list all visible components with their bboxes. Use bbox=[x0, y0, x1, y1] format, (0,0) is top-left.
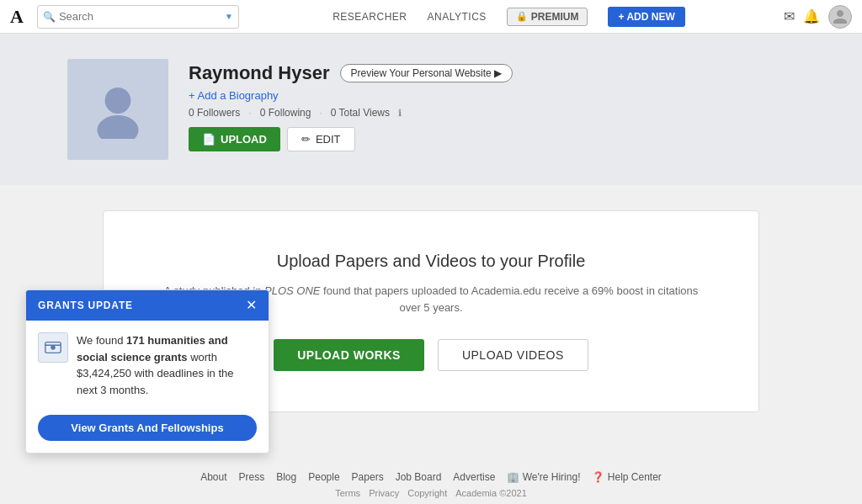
grants-body: We found 171 humanities and social scien… bbox=[26, 321, 269, 410]
grants-text-before: We found bbox=[77, 334, 126, 347]
footer-link-people[interactable]: People bbox=[308, 471, 339, 483]
separator2: · bbox=[319, 107, 322, 119]
info-icon[interactable]: ℹ bbox=[398, 108, 402, 119]
grants-footer: View Grants And Fellowships bbox=[26, 410, 269, 453]
footer: About Press Blog People Papers Job Board… bbox=[0, 454, 862, 504]
upload-icon: 📄 bbox=[202, 133, 216, 146]
footer-link-advertise[interactable]: Advertise bbox=[453, 471, 495, 483]
footer-link-hiring[interactable]: 🏢 We're Hiring! bbox=[507, 471, 580, 483]
search-box: 🔍 ▼ bbox=[37, 5, 239, 29]
subtitle-italic: PLOS ONE bbox=[264, 284, 320, 297]
footer-legal: Terms Privacy Copyright Academia ©2021 bbox=[0, 488, 862, 498]
premium-button[interactable]: 🔒 PREMIUM bbox=[507, 8, 588, 26]
search-icon: 🔍 bbox=[43, 11, 56, 23]
footer-privacy[interactable]: Privacy bbox=[369, 488, 399, 498]
subtitle-after: found that papers uploaded to Academia.e… bbox=[320, 284, 698, 314]
add-bio-link[interactable]: + Add a Biography bbox=[189, 89, 513, 102]
nav-researcher[interactable]: RESEARCHER bbox=[333, 11, 407, 23]
add-new-button[interactable]: + ADD NEW bbox=[608, 7, 684, 27]
grants-header: GRANTS UPDATE ✕ bbox=[26, 290, 269, 321]
view-grants-button[interactable]: View Grants And Fellowships bbox=[38, 415, 257, 441]
edit-button[interactable]: ✏ EDIT bbox=[287, 127, 355, 151]
nav-icons: ✉ 🔔 bbox=[784, 5, 852, 29]
followers-count: 0 Followers bbox=[189, 107, 240, 119]
nav-analytics[interactable]: ANALYTICS bbox=[428, 11, 487, 23]
footer-academia: Academia ©2021 bbox=[455, 488, 527, 498]
edit-label: EDIT bbox=[316, 133, 341, 146]
upload-button[interactable]: 📄 UPLOAD bbox=[189, 127, 280, 151]
navbar: A 🔍 ▼ RESEARCHER ANALYTICS 🔒 PREMIUM + A… bbox=[0, 0, 862, 34]
grants-text: We found 171 humanities and social scien… bbox=[77, 332, 257, 398]
edit-icon: ✏ bbox=[301, 133, 311, 146]
footer-link-press[interactable]: Press bbox=[239, 471, 265, 483]
profile-info: Raymond Hyser Preview Your Personal Webs… bbox=[189, 59, 513, 151]
footer-link-help[interactable]: ❓ Help Center bbox=[592, 471, 661, 483]
profile-actions: 📄 UPLOAD ✏ EDIT bbox=[189, 127, 513, 151]
preview-website-button[interactable]: Preview Your Personal Website ▶ bbox=[340, 64, 513, 82]
lock-icon: 🔒 bbox=[516, 11, 528, 22]
profile-name: Raymond Hyser bbox=[189, 62, 330, 84]
chevron-down-icon[interactable]: ▼ bbox=[225, 12, 233, 21]
profile-name-row: Raymond Hyser Preview Your Personal Webs… bbox=[189, 62, 513, 84]
footer-terms[interactable]: Terms bbox=[335, 488, 360, 498]
footer-link-blog[interactable]: Blog bbox=[276, 471, 296, 483]
profile-section: Raymond Hyser Preview Your Personal Webs… bbox=[0, 34, 862, 185]
footer-copyright[interactable]: Copyright bbox=[407, 488, 447, 498]
profile-avatar bbox=[67, 59, 168, 160]
bell-button[interactable]: 🔔 bbox=[803, 8, 820, 24]
logo: A bbox=[10, 6, 24, 28]
nav-center: RESEARCHER ANALYTICS 🔒 PREMIUM + ADD NEW bbox=[247, 7, 770, 27]
footer-links: About Press Blog People Papers Job Board… bbox=[0, 471, 862, 483]
footer-link-papers[interactable]: Papers bbox=[352, 471, 384, 483]
grants-title: GRANTS UPDATE bbox=[38, 300, 133, 311]
upload-works-button[interactable]: UPLOAD WORKS bbox=[274, 339, 424, 371]
separator: · bbox=[248, 107, 251, 119]
add-new-label: + ADD NEW bbox=[618, 11, 674, 23]
footer-link-jobboard[interactable]: Job Board bbox=[396, 471, 442, 483]
grants-close-button[interactable]: ✕ bbox=[246, 299, 257, 312]
mail-button[interactable]: ✉ bbox=[784, 8, 795, 24]
upload-label: UPLOAD bbox=[221, 133, 267, 146]
avatar[interactable] bbox=[828, 5, 852, 29]
upload-videos-button[interactable]: UPLOAD VIDEOS bbox=[438, 339, 588, 371]
card-title: Upload Papers and Videos to your Profile bbox=[154, 252, 708, 271]
footer-link-about[interactable]: About bbox=[200, 471, 226, 483]
following-count: 0 Following bbox=[260, 107, 311, 119]
grants-popup: GRANTS UPDATE ✕ We found 171 humanities … bbox=[25, 289, 269, 454]
total-views: 0 Total Views bbox=[331, 107, 390, 119]
svg-point-0 bbox=[105, 88, 131, 114]
grants-icon bbox=[38, 332, 68, 363]
svg-point-3 bbox=[51, 345, 56, 350]
profile-stats: 0 Followers · 0 Following · 0 Total View… bbox=[189, 107, 513, 119]
svg-point-1 bbox=[98, 115, 139, 139]
search-input[interactable] bbox=[59, 10, 221, 23]
premium-label: PREMIUM bbox=[531, 11, 579, 23]
